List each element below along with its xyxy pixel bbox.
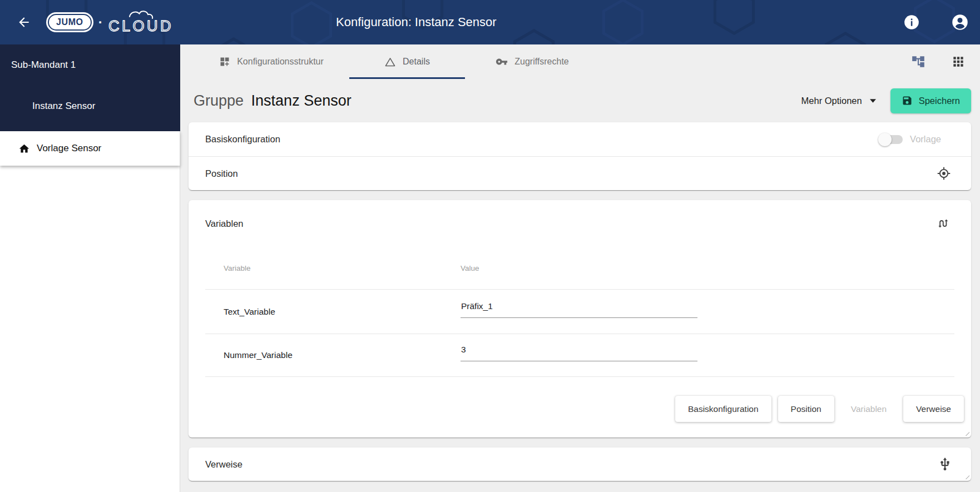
footer-button-verweise[interactable]: Verweise (903, 396, 964, 422)
page-title: Konfiguration: Instanz Sensor (336, 15, 497, 29)
position-row: Position (189, 156, 971, 190)
dashboard-customize-icon (219, 56, 230, 67)
cloud-logo: CLOUD (107, 7, 175, 37)
jumo-logo: JUMO (48, 14, 92, 31)
details-triangle-icon (384, 56, 396, 68)
app-window: JUMO · CLOUD Konfiguration: Instanz Sens… (0, 0, 980, 492)
caret-down-icon (870, 99, 876, 103)
tree-structure-icon[interactable] (911, 54, 925, 69)
tab-bar: Konfigurationsstruktur Details Zugriffsr… (180, 44, 980, 79)
table-row: Text_Variable (205, 290, 954, 334)
variablen-card: Variablen Variable Value (189, 200, 971, 438)
sidebar-item-sub-mandant[interactable]: Sub-Mandant 1 (11, 59, 175, 71)
footer-button-position[interactable]: Position (778, 396, 834, 422)
save-button[interactable]: Speichern (890, 88, 971, 113)
footer-button-variablen: Variablen (841, 396, 897, 422)
sidebar-empty-area (0, 166, 180, 492)
tab-konfigurationsstruktur[interactable]: Konfigurationsstruktur (197, 44, 346, 79)
basis-position-card: Basiskonfiguration Vorlage Position (189, 122, 971, 190)
vorlage-toggle[interactable] (878, 133, 903, 146)
sort-swap-icon[interactable] (936, 216, 950, 231)
verweise-card: Verweise (189, 448, 971, 481)
sidebar-item-label: Vorlage Sensor (37, 143, 101, 154)
variablen-label: Variablen (205, 218, 244, 229)
more-options-label: Mehr Optionen (801, 96, 862, 106)
group-heading-prefix: Gruppe (194, 92, 244, 109)
basiskonfiguration-label: Basiskonfiguration (205, 134, 280, 145)
variable-name: Text_Variable (224, 307, 461, 317)
column-header-variable: Variable (224, 264, 461, 272)
sidebar-tree-top: Sub-Mandant 1 Instanz Sensor (0, 44, 180, 131)
jumo-cloud-logo: JUMO · CLOUD (48, 7, 175, 37)
column-header-value: Value (461, 264, 479, 272)
back-arrow-icon[interactable] (17, 15, 31, 29)
save-button-label: Speichern (919, 96, 960, 106)
position-target-icon[interactable] (937, 166, 951, 181)
svg-text:CLOUD: CLOUD (108, 18, 174, 34)
sidebar-item-vorlage-sensor[interactable]: Vorlage Sensor (0, 131, 180, 166)
brand-separator: · (98, 14, 103, 30)
variablen-table: Variable Value Text_Variable Nummer_Vari… (205, 247, 954, 377)
vorlage-toggle-label: Vorlage (910, 134, 941, 145)
basiskonfiguration-row: Basiskonfiguration Vorlage (189, 122, 971, 156)
jumo-logo-text: JUMO (56, 17, 83, 27)
text-variable-input[interactable] (461, 301, 697, 318)
tab-details[interactable]: Details (349, 44, 465, 79)
variable-name: Nummer_Variable (224, 350, 461, 360)
info-icon[interactable] (904, 14, 919, 30)
group-heading-name: Instanz Sensor (251, 92, 352, 109)
account-icon[interactable] (952, 14, 968, 31)
usb-icon[interactable] (938, 457, 952, 471)
key-icon (496, 56, 508, 68)
tab-label: Konfigurationsstruktur (237, 57, 324, 67)
tab-label: Details (403, 57, 430, 67)
toolbar: Gruppe Instanz Sensor Mehr Optionen Spei… (180, 79, 980, 122)
home-icon (18, 143, 30, 155)
toggle-knob (878, 133, 892, 146)
table-row: Nummer_Variable (205, 334, 954, 377)
nummer-variable-input[interactable] (461, 345, 697, 361)
sidebar-item-instanz-sensor[interactable]: Instanz Sensor (32, 100, 175, 112)
group-heading: Gruppe Instanz Sensor (194, 92, 352, 110)
tab-zugriffsrechte[interactable]: Zugriffsrechte (468, 44, 596, 79)
more-options-button[interactable]: Mehr Optionen (799, 91, 878, 111)
footer-button-basiskonfiguration[interactable]: Basiskonfiguration (675, 396, 771, 422)
sidebar: Sub-Mandant 1 Instanz Sensor Vorlage Sen… (0, 44, 180, 492)
table-header-row: Variable Value (205, 247, 954, 290)
save-icon (902, 95, 913, 106)
apps-grid-icon[interactable] (951, 54, 966, 69)
verweise-label: Verweise (205, 459, 242, 470)
tab-label: Zugriffsrechte (514, 57, 569, 67)
position-label: Position (205, 168, 238, 179)
section-jump-buttons: Basiskonfiguration Position Variablen Ve… (189, 377, 971, 438)
top-bar: JUMO · CLOUD Konfiguration: Instanz Sens… (0, 0, 980, 44)
